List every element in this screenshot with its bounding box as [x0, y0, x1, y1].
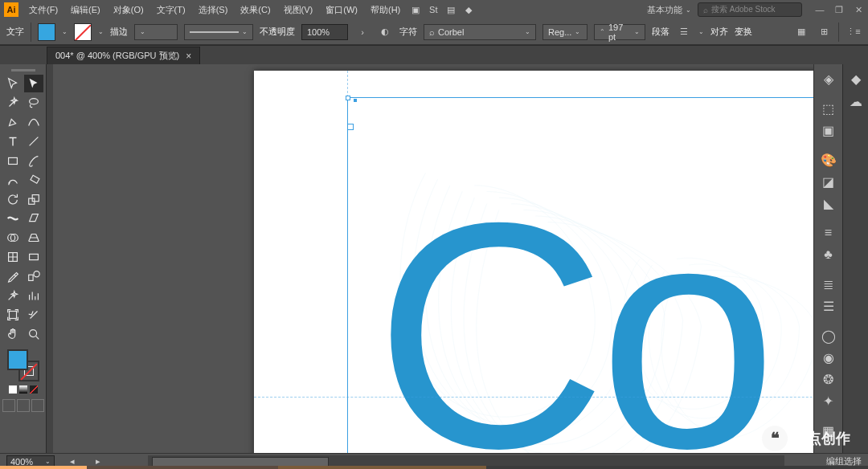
- svg-rect-2: [30, 175, 39, 183]
- font-size-input[interactable]: ⌃197 pt⌄: [594, 24, 645, 40]
- symbols-panel-icon[interactable]: ♣: [818, 245, 839, 264]
- transform-panel-icon[interactable]: ✦: [818, 391, 839, 410]
- eraser-tool[interactable]: [24, 171, 43, 189]
- scrollbar-thumb[interactable]: [152, 457, 329, 467]
- draw-inside[interactable]: [31, 399, 44, 412]
- artboard[interactable]: Co: [254, 71, 813, 453]
- stock-icon[interactable]: St: [424, 5, 442, 14]
- draw-mode-row: [2, 399, 44, 412]
- artboards-panel-icon[interactable]: ▣: [818, 120, 839, 140]
- cloud-icon[interactable]: ☁: [845, 92, 866, 111]
- blend-tool[interactable]: [24, 267, 43, 285]
- bridge-icon[interactable]: ▣: [407, 5, 424, 15]
- paintbrush-tool[interactable]: [24, 152, 43, 169]
- text-origin-handle[interactable]: [347, 124, 354, 130]
- shape-builder-tool[interactable]: [3, 229, 23, 247]
- slice-tool[interactable]: [24, 306, 43, 324]
- cc-libraries-icon[interactable]: ◆: [845, 69, 866, 88]
- symbol-sprayer-tool[interactable]: [3, 287, 23, 304]
- stroke-weight-input[interactable]: ⌄: [134, 24, 178, 40]
- selection-tool[interactable]: [3, 75, 23, 92]
- scale-tool[interactable]: [24, 190, 43, 208]
- type-tool[interactable]: [3, 133, 23, 150]
- fill-stroke-indicator[interactable]: [7, 349, 39, 381]
- stroke-panel-icon[interactable]: ≡: [818, 223, 839, 243]
- artboard-tool[interactable]: [3, 306, 23, 324]
- fill-swatch[interactable]: [38, 23, 55, 41]
- shaper-tool[interactable]: [3, 171, 23, 189]
- color-mode-none[interactable]: [29, 385, 39, 394]
- menu-window[interactable]: 窗口(W): [319, 0, 364, 19]
- color-mode-row: [8, 385, 39, 394]
- rectangle-tool[interactable]: [3, 152, 23, 169]
- fill-indicator[interactable]: [7, 349, 28, 370]
- menu-file[interactable]: 文件(F): [23, 0, 64, 19]
- isolate-icon[interactable]: ▦: [793, 24, 809, 40]
- appearance-panel-icon[interactable]: ◉: [818, 348, 839, 367]
- font-family-input[interactable]: ⌕ Corbel⌄: [424, 24, 536, 40]
- stock-search-input[interactable]: ⌕ 搜索 Adobe Stock: [698, 2, 802, 17]
- color-mode-solid[interactable]: [8, 385, 18, 394]
- column-graph-tool[interactable]: [24, 287, 43, 304]
- color-mode-gradient[interactable]: [18, 385, 28, 394]
- menu-help[interactable]: 帮助(H): [364, 0, 407, 19]
- canvas-viewport[interactable]: Co: [53, 64, 813, 453]
- eyedropper-tool[interactable]: [3, 267, 23, 285]
- minimize-button[interactable]: —: [810, 0, 829, 19]
- asset-export-icon[interactable]: ⬚: [818, 99, 839, 118]
- color-panel-icon[interactable]: 🎨: [818, 150, 839, 169]
- mesh-tool[interactable]: [3, 248, 23, 266]
- opacity-popup-button[interactable]: ›: [354, 24, 371, 40]
- recolor-icon[interactable]: ◐: [377, 24, 393, 40]
- zoom-tool[interactable]: [24, 325, 43, 343]
- overflow-icon[interactable]: ⊞: [816, 24, 832, 40]
- gradient-tool[interactable]: [24, 248, 43, 266]
- maximize-button[interactable]: ❐: [829, 0, 849, 19]
- more-options-icon[interactable]: ⋮≡: [845, 24, 862, 40]
- selection-handle-icon[interactable]: [346, 96, 350, 100]
- hand-tool[interactable]: [3, 325, 23, 343]
- variable-width-profile[interactable]: ⌄: [184, 24, 253, 40]
- opacity-input[interactable]: 100%: [301, 24, 348, 40]
- draw-normal[interactable]: [2, 399, 15, 412]
- anchor-point-icon[interactable]: [354, 99, 357, 102]
- pen-tool[interactable]: [3, 113, 23, 131]
- free-transform-tool[interactable]: [24, 210, 43, 227]
- close-button[interactable]: ✕: [849, 0, 868, 19]
- graphic-styles-icon[interactable]: ❂: [818, 369, 839, 389]
- document-tab[interactable]: 004* @ 400% (RGB/GPU 预览) ×: [47, 47, 200, 64]
- align-panel-icon[interactable]: ☰: [818, 296, 839, 316]
- draw-behind[interactable]: [17, 399, 30, 412]
- curvature-tool[interactable]: [24, 113, 43, 131]
- menu-effect[interactable]: 效果(C): [234, 0, 276, 19]
- gpu-icon[interactable]: ◆: [460, 5, 477, 15]
- workspace-switcher[interactable]: 基本功能 ⌄: [641, 4, 698, 16]
- menu-object[interactable]: 对象(O): [107, 0, 150, 19]
- menu-type[interactable]: 文字(T): [150, 0, 192, 19]
- arrange-icon[interactable]: ▤: [442, 5, 460, 15]
- color-guide-icon[interactable]: ◣: [818, 194, 839, 213]
- transparency-panel-icon[interactable]: ◯: [818, 326, 839, 345]
- panel-grip-icon[interactable]: [11, 69, 35, 71]
- artwork-text[interactable]: Co: [375, 151, 769, 453]
- font-style-input[interactable]: Reg...⌄: [542, 24, 588, 40]
- paragraph-panel-icon[interactable]: ☰: [676, 24, 692, 40]
- lasso-tool[interactable]: [24, 94, 43, 112]
- menu-view[interactable]: 视图(V): [277, 0, 320, 19]
- tool-panel: [0, 64, 47, 453]
- close-icon[interactable]: ×: [186, 51, 191, 62]
- menu-select[interactable]: 选择(S): [192, 0, 235, 19]
- menu-edit[interactable]: 编辑(E): [64, 0, 107, 19]
- right-dock-strip: ◆ ☁: [842, 64, 868, 453]
- document-tab-title: 004* @ 400% (RGB/GPU 预览): [55, 50, 179, 62]
- swatches-panel-icon[interactable]: ◪: [818, 172, 839, 191]
- line-segment-tool[interactable]: [24, 133, 43, 150]
- direct-selection-tool[interactable]: [24, 75, 43, 92]
- width-tool[interactable]: [3, 210, 23, 227]
- layers-panel-icon[interactable]: ◈: [818, 69, 839, 88]
- stroke-swatch[interactable]: [74, 23, 92, 41]
- brushes-panel-icon[interactable]: ≣: [818, 275, 839, 294]
- perspective-grid-tool[interactable]: [24, 229, 43, 247]
- rotate-tool[interactable]: [3, 190, 23, 208]
- magic-wand-tool[interactable]: [3, 94, 23, 112]
